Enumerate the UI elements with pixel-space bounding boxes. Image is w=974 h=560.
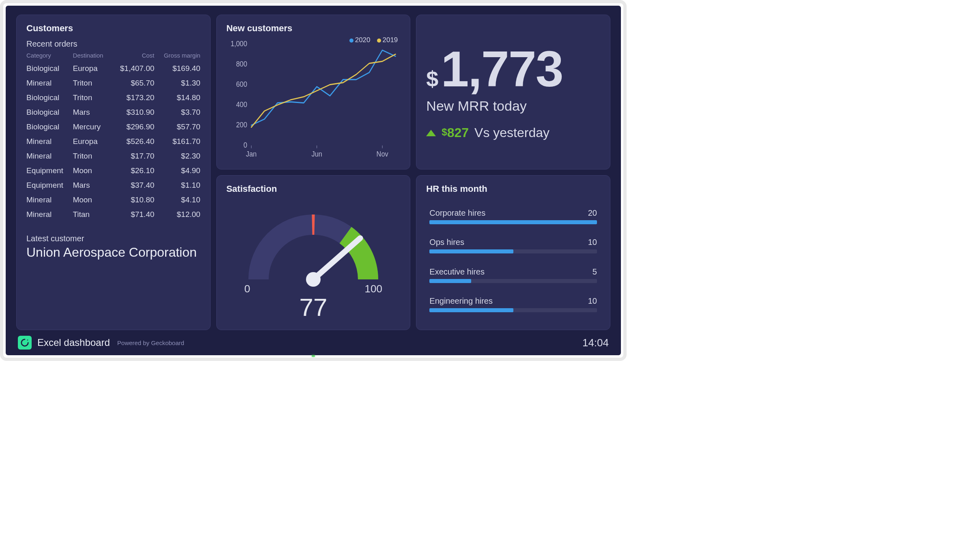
table-cell: $71.40	[111, 207, 154, 222]
table-cell: $4.90	[154, 163, 200, 178]
panel-title: Customers	[26, 23, 200, 34]
mrr-delta: $827 Vs yesterday	[426, 125, 600, 140]
table-row: EquipmentMoon$26.10$4.90	[26, 163, 200, 178]
mrr-value: $ 1,773	[426, 44, 600, 94]
table-cell: Biological	[26, 105, 73, 120]
table-cell: $10.80	[111, 193, 154, 207]
table-cell: Mercury	[73, 120, 111, 134]
table-cell: Equipment	[26, 163, 73, 178]
svg-text:Jun: Jun	[311, 150, 322, 158]
panel-title: New customers	[226, 23, 401, 34]
table-cell: Mineral	[26, 149, 73, 163]
table-cell: $57.70	[154, 120, 200, 134]
line-chart-svg: 02004006008001,000JanJunNov	[226, 38, 401, 161]
legend-item-2019: 2019	[377, 36, 398, 44]
table-row: MineralMoon$10.80$4.10	[26, 193, 200, 207]
table-row: MineralEuropa$526.40$161.70	[26, 134, 200, 149]
table-row: BiologicalTriton$173.20$14.80	[26, 90, 200, 105]
table-cell: $1.10	[154, 178, 200, 193]
table-row: BiologicalEuropa$1,407.00$169.40	[26, 61, 200, 76]
mrr-label: New MRR today	[426, 98, 600, 114]
svg-text:Jan: Jan	[246, 150, 256, 158]
table-cell: Mineral	[26, 76, 73, 90]
table-cell: $17.70	[111, 149, 154, 163]
svg-text:Nov: Nov	[376, 150, 388, 158]
legend-dot-icon	[349, 39, 353, 43]
table-row: BiologicalMars$310.90$3.70	[26, 105, 200, 120]
table-row: EquipmentMars$37.40$1.10	[26, 178, 200, 193]
table-cell: $37.40	[111, 178, 154, 193]
hr-bar-value: 5	[593, 267, 597, 277]
footer-title: Excel dashboard	[37, 337, 110, 348]
table-row: MineralTriton$65.70$1.30	[26, 76, 200, 90]
table-cell: Moon	[73, 193, 111, 207]
panel-new-customers: New customers 2020 2019 02004006008001,0…	[216, 15, 411, 170]
orders-header-row: Category Destination Cost Gross margin	[26, 51, 200, 61]
table-cell: Triton	[73, 90, 111, 105]
mrr-currency: $	[426, 66, 438, 91]
panel-title: HR this month	[426, 184, 600, 194]
svg-text:0: 0	[244, 141, 247, 150]
col-category: Category	[26, 51, 73, 61]
footer-powered-by: Powered by Geckoboard	[117, 339, 184, 346]
table-cell: $1.30	[154, 76, 200, 90]
col-destination: Destination	[73, 51, 111, 61]
panel-title: Satisfaction	[226, 184, 401, 194]
table-cell: $4.10	[154, 193, 200, 207]
table-cell: $296.90	[111, 120, 154, 134]
geckoboard-logo-icon	[18, 336, 32, 350]
latest-customer-label: Latest customer	[26, 234, 200, 243]
col-margin: Gross margin	[154, 51, 200, 61]
table-cell: $526.40	[111, 134, 154, 149]
table-cell: Triton	[73, 149, 111, 163]
hr-bar-label: Executive hires	[429, 267, 485, 277]
hr-bar-list: Corporate hires20Ops hires10Executive hi…	[426, 198, 600, 322]
footer-time: 14:04	[582, 337, 609, 349]
arrow-up-icon	[426, 130, 436, 136]
footer: Excel dashboard Powered by Geckoboard 14…	[16, 336, 610, 350]
table-cell: $2.30	[154, 149, 200, 163]
footer-left: Excel dashboard Powered by Geckoboard	[18, 336, 184, 350]
hr-bar-row: Ops hires10	[429, 238, 597, 253]
table-cell: $173.20	[111, 90, 154, 105]
col-cost: Cost	[111, 51, 154, 61]
dashboard-screen: New customers 2020 2019 02004006008001,0…	[6, 6, 621, 355]
mrr-delta-vs: Vs yesterday	[474, 125, 549, 140]
hr-bar-fill	[429, 279, 471, 283]
table-cell: $3.70	[154, 105, 200, 120]
hr-bar-row: Corporate hires20	[429, 208, 597, 224]
table-cell: $26.10	[111, 163, 154, 178]
table-cell: Mineral	[26, 134, 73, 149]
table-cell: Titan	[73, 207, 111, 222]
table-cell: $12.00	[154, 207, 200, 222]
legend-item-2020: 2020	[349, 36, 371, 44]
table-cell: $65.70	[111, 76, 154, 90]
hr-bar-value: 10	[588, 296, 597, 306]
table-row: BiologicalMercury$296.90$57.70	[26, 120, 200, 134]
table-cell: Biological	[26, 120, 73, 134]
hr-bar-fill	[429, 249, 513, 253]
mrr-number: 1,773	[441, 44, 562, 94]
table-cell: $1,407.00	[111, 61, 154, 76]
hr-bar-value: 10	[588, 238, 597, 247]
table-cell: Mineral	[26, 207, 73, 222]
satisfaction-gauge	[226, 198, 401, 304]
svg-text:200: 200	[236, 121, 247, 129]
gauge-svg	[232, 198, 394, 292]
panel-hr: HR this month Corporate hires20Ops hires…	[416, 175, 610, 330]
table-cell: $169.40	[154, 61, 200, 76]
legend-dot-icon	[377, 39, 381, 43]
hr-bar-value: 20	[588, 208, 597, 218]
hr-bar-row: Engineering hires10	[429, 296, 597, 312]
power-led-icon	[312, 355, 315, 357]
dashboard-grid: New customers 2020 2019 02004006008001,0…	[16, 15, 610, 330]
latest-customer: Latest customer Union Aerospace Corporat…	[26, 234, 200, 260]
svg-point-13	[306, 272, 321, 287]
hr-bar-label: Corporate hires	[429, 208, 485, 218]
panel-customers: Customers Recent orders Category Destina…	[16, 15, 211, 330]
orders-table: Category Destination Cost Gross margin B…	[26, 51, 200, 222]
panel-mrr: $ 1,773 New MRR today $827 Vs yesterday	[416, 15, 610, 170]
orders-subhead: Recent orders	[26, 39, 200, 49]
logo-glyph-icon	[20, 338, 29, 347]
table-row: MineralTitan$71.40$12.00	[26, 207, 200, 222]
